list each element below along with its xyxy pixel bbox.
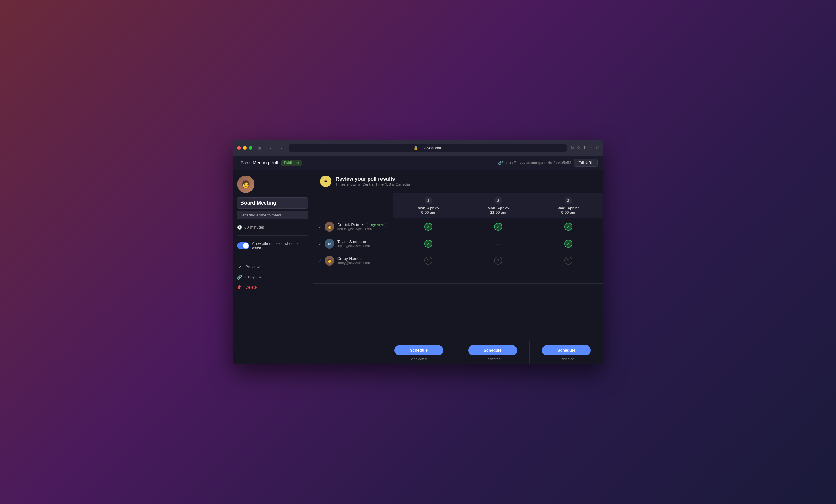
participant-2-vote-3: ✓ <box>533 235 604 252</box>
back-chevron-icon: ‹ <box>238 161 240 165</box>
poll-icon: ≡ <box>320 176 331 187</box>
name-column-header <box>314 193 393 218</box>
slot-3-selected-count: 2 selected <box>534 357 598 361</box>
empty-row <box>314 298 604 312</box>
poll-table: 1 Mon, Apr 25 9:00 am 2 Mon, Apr 25 11:0… <box>313 193 604 364</box>
edit-url-button[interactable]: Edit URL <box>574 159 598 167</box>
tabs-icon[interactable]: ⧉ <box>596 145 599 151</box>
maybe-vote-icon: ? <box>424 257 432 265</box>
schedule-slot-3-button[interactable]: Schedule <box>542 345 591 355</box>
participant-3-cell: ✓ 🧑 Corey Haines corey@savvycal.com <box>314 252 393 269</box>
slot-3-time: 9:00 am <box>538 210 598 215</box>
share-icon[interactable]: ⬆ <box>583 145 587 151</box>
published-badge: Published <box>281 160 302 166</box>
slot-2-header: 2 Mon, Apr 25 11:00 am <box>463 193 533 218</box>
back-icon[interactable]: ‹ <box>267 144 274 152</box>
empty-slot-3 <box>533 284 604 298</box>
participant-1-avatar: 🧑 <box>325 222 334 232</box>
browser-chrome: ⊞ ‹ › 🔒 savvycal.com ↻ ☆ ⬆ ＋ ⧉ <box>232 140 604 156</box>
participant-1-name: Derrick Reimer Organizer <box>337 222 386 227</box>
sidebar-toggle-icon[interactable]: ⊞ <box>256 144 263 152</box>
footer-row: Schedule 2 selected Schedule 1 selected … <box>313 341 604 364</box>
slot-1-selected-count: 2 selected <box>387 357 451 361</box>
preview-label: Preview <box>245 264 260 269</box>
poll-title: Review your poll results <box>336 176 410 182</box>
yes-vote-icon: ✓ <box>564 240 572 248</box>
toggle-label: Allow others to see who has voted <box>252 241 308 250</box>
yes-vote-icon: ✓ <box>424 240 432 248</box>
empty-name <box>314 284 393 298</box>
participant-2-info: Taylor Sampson taylor@savvycal.com <box>337 239 370 248</box>
participant-3-vote-3: ? <box>533 252 604 269</box>
schedule-slot-2-button[interactable]: Schedule <box>468 345 517 355</box>
clock-icon: 🕐 <box>237 225 242 230</box>
traffic-lights <box>237 146 252 150</box>
footer-slot-1: Schedule 2 selected <box>382 341 456 364</box>
yes-vote-icon: ✓ <box>564 223 572 231</box>
empty-row <box>314 269 604 284</box>
allow-see-votes-toggle[interactable] <box>237 242 249 249</box>
app-header: ‹ Back Meeting Poll Published 🔗 https://… <box>232 156 604 170</box>
participant-3-email: corey@savvycal.com <box>337 261 370 265</box>
participant-2-checkbox[interactable]: ✓ <box>318 241 322 247</box>
slot-3-header: 3 Wed, Apr 27 9:00 am <box>533 193 604 218</box>
copy-url-action[interactable]: 🔗 Copy URL <box>237 273 308 281</box>
avatar: 🧑 <box>237 176 254 193</box>
slot-2-selected-count: 1 selected <box>460 357 525 361</box>
delete-icon: 🗑 <box>237 285 242 290</box>
back-link[interactable]: ‹ Back <box>238 161 250 165</box>
participant-3-checkbox[interactable]: ✓ <box>318 258 322 264</box>
poll-header-text: Review your poll results Times shown in … <box>336 176 410 187</box>
preview-icon: ↗ <box>237 264 242 269</box>
poll-desc-input[interactable] <box>237 211 308 219</box>
empty-slot-3 <box>533 298 604 312</box>
forward-icon[interactable]: › <box>278 144 285 152</box>
poll-name-input[interactable] <box>237 197 308 209</box>
schedule-slot-1-button[interactable]: Schedule <box>395 345 443 355</box>
slot-1-time: 9:00 am <box>398 210 458 215</box>
yes-vote-icon: ✓ <box>494 223 502 231</box>
toggle-thumb <box>243 243 249 249</box>
table-row: ✓ TS Taylor Sampson taylor@savvycal.com <box>314 235 604 252</box>
empty-slot-2 <box>463 269 533 284</box>
poll-area: ≡ Review your poll results Times shown i… <box>313 170 604 364</box>
address-bar[interactable]: 🔒 savvycal.com <box>289 144 567 152</box>
back-label: Back <box>241 161 250 165</box>
close-button[interactable] <box>237 146 241 150</box>
maximize-button[interactable] <box>249 146 252 150</box>
slot-2-number: 2 <box>494 197 502 204</box>
poll-subtitle: Times shown in Central Time (US & Canada… <box>336 182 410 187</box>
slot-1-day: Mon, Apr 25 <box>398 206 458 210</box>
footer-spacer <box>313 341 382 364</box>
slot-3-day: Wed, Apr 27 <box>538 206 598 210</box>
star-icon[interactable]: ☆ <box>576 145 581 151</box>
participant-1-info: Derrick Reimer Organizer derrick@savvyca… <box>337 222 386 231</box>
preview-action[interactable]: ↗ Preview <box>237 263 308 270</box>
participant-1-checkbox[interactable]: ✓ <box>318 224 322 230</box>
empty-slot-1 <box>393 298 463 312</box>
table-footer: Schedule 2 selected Schedule 1 selected … <box>313 341 604 364</box>
sidebar-actions: ↗ Preview 🔗 Copy URL 🗑 Delete <box>237 263 308 291</box>
slot-1-number: 1 <box>424 197 432 204</box>
minimize-button[interactable] <box>243 146 247 150</box>
participant-2-name: Taylor Sampson <box>337 239 370 244</box>
reload-icon[interactable]: ↻ <box>570 145 574 151</box>
link-icon: 🔗 <box>498 161 503 165</box>
delete-action[interactable]: 🗑 Delete <box>237 284 308 291</box>
app-header-right: 🔗 https://savvycal.com/p/derrick/ab4e5e5… <box>498 159 598 167</box>
empty-slot-1 <box>393 269 463 284</box>
participant-3-vote-2: ? <box>463 252 533 269</box>
participant-3-avatar: 🧑 <box>325 256 334 266</box>
participant-2-avatar: TS <box>325 239 334 249</box>
empty-slot-2 <box>463 298 533 312</box>
sidebar: 🧑 🕐 60 minutes Allow others to see who h… <box>232 170 313 364</box>
poll-url: https://savvycal.com/p/derrick/ab4e5e53 <box>505 161 571 165</box>
participant-2-vote-1: ✓ <box>393 235 463 252</box>
toggle-row: Allow others to see who has voted <box>237 241 308 256</box>
participant-1-vote-3: ✓ <box>533 218 604 235</box>
table-row: ✓ 🧑 Corey Haines corey@savvycal.com <box>314 252 604 269</box>
participant-3-info: Corey Haines corey@savvycal.com <box>337 256 370 265</box>
app-header-left: ‹ Back Meeting Poll Published <box>238 160 302 166</box>
new-tab-icon[interactable]: ＋ <box>589 145 593 151</box>
no-vote-icon: — <box>496 241 501 247</box>
